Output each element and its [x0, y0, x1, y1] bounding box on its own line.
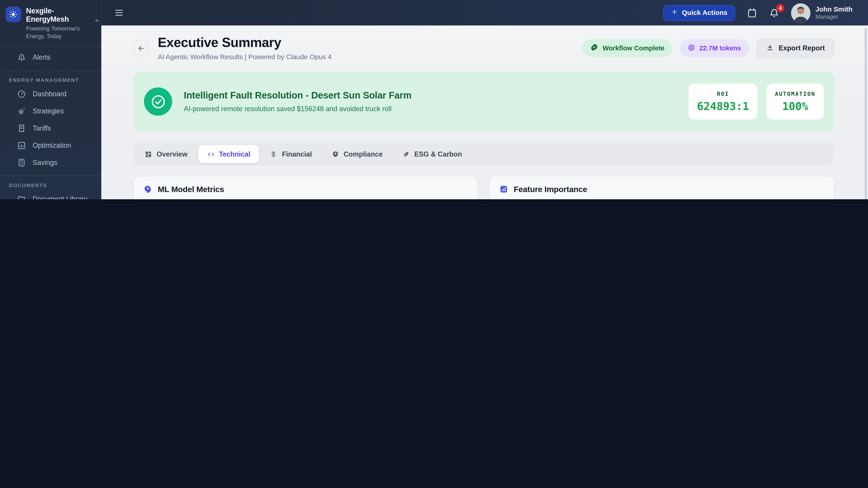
app-screen: Quick Actions 4 John Smith Manager [0, 0, 868, 199]
topbar-actions: Quick Actions 4 John Smith Manager [663, 3, 852, 22]
dollar-icon [270, 150, 277, 158]
cpu-icon [688, 43, 695, 51]
tab-overview[interactable]: Overview [135, 145, 196, 163]
sidebar-scroll-up-arrow[interactable] [95, 19, 99, 22]
export-report-button[interactable]: Export Report [756, 38, 834, 59]
feature-importance-card: Feature Importance voltage_deviation34.0… [489, 176, 834, 199]
chart-square-icon [17, 141, 26, 150]
sidebar-item-savings[interactable]: Savings [0, 154, 101, 171]
receipt-icon [17, 124, 26, 133]
shield-icon [331, 150, 339, 158]
quick-actions-label: Quick Actions [682, 9, 727, 17]
notifications-button[interactable]: 4 [769, 7, 780, 18]
avatar [791, 3, 811, 22]
banner-stat-roi: ROI624893:1 [689, 84, 757, 120]
sidebar-item-dashboard[interactable]: Dashboard [0, 86, 101, 103]
back-button[interactable] [133, 40, 149, 56]
bell-alert-icon [17, 53, 26, 62]
tab-bar: OverviewTechnicalFinancialComplianceESG … [133, 143, 834, 165]
code-icon [207, 150, 215, 158]
user-name: John Smith [815, 5, 852, 14]
ml-model-metrics-card: ML Model Metrics Anomaly Score0.870Isola… [133, 176, 477, 199]
tab-technical[interactable]: Technical [198, 145, 259, 163]
sidebar-nav: AlertsENERGY MANAGEMENTDashboardStrategi… [0, 47, 101, 199]
quick-actions-button[interactable]: Quick Actions [663, 5, 735, 21]
sidebar-item-alerts[interactable]: Alerts [0, 49, 101, 66]
success-banner: Intelligent Fault Resolution - Desert Su… [133, 72, 834, 131]
tab-esg-carbon[interactable]: ESG & Carbon [393, 145, 471, 163]
gauge-icon [17, 90, 26, 98]
folder-icon [17, 195, 26, 199]
main-content: Executive Summary AI Agentic Workflow Re… [101, 26, 868, 199]
notification-badge: 4 [776, 4, 784, 12]
plus-icon [671, 8, 678, 17]
sidebar-section-label: ENERGY MANAGEMENT [0, 70, 101, 86]
leaf-icon [402, 150, 410, 158]
page-header-actions: Workflow Complete 22.7M tokens Export Re… [583, 38, 834, 59]
user-role: Manager [815, 14, 852, 20]
bar-panel-icon [499, 185, 508, 193]
calendar-icon [747, 7, 757, 18]
check-circle-icon [150, 93, 166, 110]
sidebar: Nexgile-EnergyMesh Powering Tomorrow's E… [0, 0, 101, 199]
tokens-badge: 22.7M tokens [680, 39, 749, 57]
bar-chart-icon [499, 185, 508, 193]
hamburger-menu-button[interactable] [114, 8, 124, 18]
feature-importance-header: Feature Importance [490, 176, 834, 199]
main-scrollbar-thumb[interactable] [864, 28, 867, 199]
brand-tagline: Powering Tomorrow's Energy, Today [26, 25, 88, 41]
calendar-button[interactable] [747, 7, 757, 18]
banner-stat-automation: AUTOMATION100% [767, 84, 824, 120]
tab-financial[interactable]: Financial [261, 145, 321, 163]
banner-title: Intelligent Fault Resolution - Desert Su… [184, 90, 411, 101]
brain-icon [143, 185, 152, 193]
menu-icon [114, 8, 124, 18]
sidebar-item-strategies[interactable]: Strategies [0, 103, 101, 120]
topbar: Quick Actions 4 John Smith Manager [101, 0, 868, 26]
plus-icon [671, 8, 678, 15]
check-circle-icon [144, 88, 172, 116]
download-icon [766, 43, 774, 51]
brain-icon [143, 185, 152, 193]
calculator-icon [17, 158, 26, 167]
banner-subtitle: AI-powered remote resolution saved $1562… [184, 105, 411, 113]
layout-grid-icon [145, 150, 152, 158]
user-menu[interactable]: John Smith Manager [791, 3, 852, 22]
tab-compliance[interactable]: Compliance [322, 145, 392, 163]
brand: Nexgile-EnergyMesh Powering Tomorrow's E… [0, 0, 101, 47]
arrow-left-icon [137, 44, 145, 53]
sidebar-item-optimization[interactable]: Optimization [0, 137, 101, 154]
workflow-status-badge: Workflow Complete [583, 39, 672, 57]
cpu-icon [688, 43, 695, 53]
banner-stats: ROI624893:1AUTOMATION100% [689, 84, 824, 120]
seal-check-icon [590, 43, 599, 52]
page-header: Executive Summary AI Agentic Workflow Re… [133, 35, 834, 61]
download-icon [766, 43, 774, 53]
sidebar-section-label: DOCUMENTS [0, 176, 101, 191]
page-title: Executive Summary [158, 35, 332, 50]
sidebar-item-document-library[interactable]: Document Library [0, 191, 101, 199]
gear-sparkle-icon [17, 107, 26, 116]
sun-icon [9, 10, 18, 19]
page-subtitle: AI Agentic Workflow Results | Powered by… [158, 53, 332, 61]
brand-title: Nexgile-EnergyMesh [26, 6, 95, 23]
sidebar-item-tariffs[interactable]: Tariffs [0, 120, 101, 137]
seal-check-icon [590, 43, 599, 53]
ml-model-metrics-header: ML Model Metrics [134, 176, 477, 199]
brand-logo [5, 6, 21, 22]
